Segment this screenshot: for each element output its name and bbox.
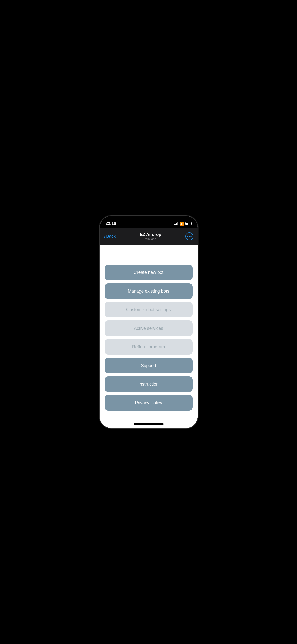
manage-existing-bots-button[interactable]: Manage existing bots [105,283,193,299]
customize-bot-settings-button[interactable]: Customize bot settings [105,302,193,317]
nav-bar: ‹ Back EZ Airdrop mini app ••• [100,228,198,245]
buttons-section: Create new botManage existing botsCustom… [105,245,193,411]
nav-title-group: EZ Airdrop mini app [140,232,161,241]
instruction-button[interactable]: Instruction [105,376,193,392]
phone-frame: 22:16 📶 ‹ Back EZ Airdrop mini app [100,216,198,428]
back-arrow-icon: ‹ [104,234,105,239]
status-time: 22:16 [106,221,116,226]
home-indicator [100,420,198,428]
nav-title: EZ Airdrop [140,232,161,237]
create-new-bot-button[interactable]: Create new bot [105,265,193,280]
privacy-policy-button[interactable]: Privacy Policy [105,395,193,411]
signal-icon [174,222,178,225]
nav-subtitle: mini app [145,237,156,241]
more-button[interactable]: ••• [185,232,193,240]
content-area: Create new botManage existing botsCustom… [100,245,198,420]
battery-icon [185,222,192,225]
support-button[interactable]: Support [105,358,193,373]
back-label: Back [106,234,116,239]
refferal-program-button[interactable]: Refferal program [105,339,193,355]
status-icons: 📶 [174,222,192,226]
wifi-icon: 📶 [180,222,184,226]
home-bar [134,423,164,425]
back-button[interactable]: ‹ Back [104,234,116,239]
active-services-button[interactable]: Active services [105,320,193,336]
status-bar: 22:16 📶 [100,216,198,228]
more-dots-icon: ••• [187,234,192,238]
